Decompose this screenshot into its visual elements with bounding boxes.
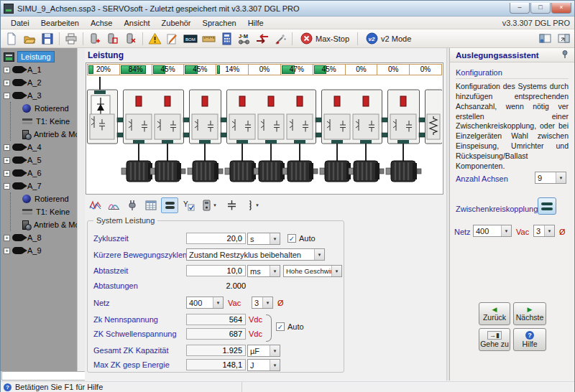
- tree-item-leistung[interactable]: Leistung: [1, 50, 77, 63]
- zykluszeit-input[interactable]: 20,0: [186, 233, 246, 244]
- help-button[interactable]: ? Hilfe: [513, 328, 546, 351]
- assistant-phase-dropdown[interactable]: 3▼: [533, 225, 555, 237]
- open-file-button[interactable]: [21, 31, 38, 47]
- title-bar[interactable]: SIMU_9_Achsen.ssp3 - SERVOsoft - Zuletzt…: [1, 1, 574, 17]
- zk-auto-checkbox[interactable]: ✓ Auto: [276, 322, 304, 331]
- menu-ansicht[interactable]: Ansicht: [118, 18, 155, 28]
- tree-item-antrieb-motor[interactable]: Antrieb & Motor: [11, 218, 77, 231]
- zk-nennspannung-input[interactable]: 564: [186, 314, 246, 325]
- tree-item-t1[interactable]: T1: Keine: [11, 115, 77, 128]
- menu-hilfe[interactable]: Hilfe: [242, 18, 270, 28]
- motor[interactable]: [349, 161, 384, 182]
- tree-item-rotierend[interactable]: Rotierend: [11, 102, 77, 115]
- report-button[interactable]: [164, 31, 181, 47]
- menu-sprachen[interactable]: Sprachen: [197, 18, 242, 28]
- assistant-netz-label: Netz: [454, 228, 471, 236]
- netz-phase-dropdown[interactable]: 3▼: [252, 297, 273, 309]
- motor[interactable]: [282, 161, 318, 182]
- abtastzeit-input[interactable]: 10,0: [186, 265, 246, 276]
- menu-datei[interactable]: Datei: [5, 18, 35, 28]
- bom-button[interactable]: BOM: [182, 31, 199, 47]
- assistant-netz-dropdown[interactable]: 400▼: [473, 225, 512, 237]
- abtastzeit-mode-dropdown[interactable]: Hohe Geschwindigkeit▼: [283, 265, 342, 277]
- anzahl-achsen-dropdown[interactable]: 9▼: [535, 172, 566, 184]
- drive-module-button[interactable]: ▼: [198, 197, 221, 213]
- zk-kapazitaet-input[interactable]: 1.925: [186, 345, 246, 356]
- axis-insert-button[interactable]: [86, 31, 104, 47]
- power-plug-button[interactable]: [124, 197, 141, 213]
- panel-splitter[interactable]: [446, 48, 449, 381]
- zk-energie-unit-dropdown[interactable]: J▼: [247, 359, 280, 371]
- motor[interactable]: [150, 161, 185, 182]
- save-button[interactable]: [39, 31, 56, 47]
- tree-item-a8[interactable]: + A_8: [1, 231, 77, 244]
- warnings-button[interactable]: [146, 31, 163, 47]
- expander-icon[interactable]: −: [4, 93, 10, 99]
- tree-item-a2[interactable]: + A_2: [1, 76, 77, 89]
- dc-bus-view-button[interactable]: [161, 197, 178, 213]
- print-button[interactable]: [63, 31, 80, 47]
- zwischenkreiskopplung-button[interactable]: [538, 197, 556, 215]
- back-button[interactable]: ◀ Zurück: [479, 302, 510, 325]
- compare-button[interactable]: [254, 31, 271, 47]
- measure-button[interactable]: [200, 31, 217, 47]
- axis-copy-button[interactable]: [104, 31, 121, 47]
- tree-item-a1[interactable]: + A_1: [1, 63, 77, 76]
- goto-button[interactable]: →▮ Gehe zu: [479, 328, 510, 351]
- expander-icon[interactable]: −: [4, 183, 10, 190]
- expander-icon[interactable]: +: [4, 144, 10, 151]
- expander-icon[interactable]: +: [4, 80, 10, 86]
- bewegungszyklen-dropdown[interactable]: Zustand Restzyklus beibehalten▼: [186, 248, 325, 261]
- tree-item-a4[interactable]: + A_4: [1, 141, 77, 154]
- motor-terminal: [133, 140, 144, 144]
- tree-item-antrieb-motor[interactable]: Antrieb & Motor: [11, 128, 77, 141]
- tree-item-a7[interactable]: − A_7: [1, 179, 77, 192]
- new-file-button[interactable]: [3, 31, 20, 47]
- menu-zubehoer[interactable]: Zubehör: [156, 18, 197, 28]
- tree-scrollbar[interactable]: [77, 48, 85, 371]
- inertia-tool-button[interactable]: J·M: [236, 31, 253, 47]
- dock-left-button[interactable]: [536, 31, 553, 47]
- zk-kapazitaet-unit-dropdown[interactable]: µF▼: [247, 345, 280, 357]
- zk-kapazitaet-label: Gesamt ZK Kapazität: [93, 346, 169, 355]
- expander-icon[interactable]: +: [4, 248, 10, 254]
- close-button[interactable]: ×: [551, 3, 571, 14]
- y-axis-options-button[interactable]: Y: [180, 197, 197, 213]
- motor[interactable]: [188, 161, 223, 182]
- minimize-button[interactable]: –: [510, 3, 530, 14]
- max-stop-button[interactable]: Max-Stop: [295, 31, 354, 47]
- data-table-button[interactable]: [142, 197, 160, 213]
- zk-schwellenspannung-input[interactable]: 687: [186, 328, 246, 340]
- expander-icon[interactable]: +: [4, 157, 10, 164]
- tree-item-a6[interactable]: + A_6: [1, 167, 77, 179]
- axis-delete-button[interactable]: [122, 31, 139, 47]
- capacitor-button[interactable]: [223, 197, 240, 213]
- chevron-down-icon: ▼: [556, 172, 566, 183]
- expander-icon[interactable]: +: [4, 170, 10, 177]
- next-button[interactable]: ▶ Nächste: [513, 302, 546, 325]
- zykluszeit-auto-checkbox[interactable]: ✓ Auto: [288, 234, 316, 243]
- tree-item-a5[interactable]: + A_5: [1, 154, 77, 167]
- zykluszeit-unit-dropdown[interactable]: s▼: [247, 233, 280, 245]
- tree-item-t1[interactable]: T1: Keine: [11, 205, 77, 218]
- expander-icon[interactable]: +: [4, 235, 10, 241]
- v2-mode-button[interactable]: v2 v2 Mode: [361, 31, 416, 47]
- tree-item-rotierend[interactable]: Rotierend: [11, 192, 77, 205]
- tree-item-a9[interactable]: + A_9: [1, 244, 77, 257]
- netz-voltage-dropdown[interactable]: 400▼: [186, 297, 224, 309]
- tree-item-a3[interactable]: − A_3: [1, 89, 77, 102]
- chart-curves-button[interactable]: [86, 197, 104, 213]
- zk-energie-input[interactable]: 148,1: [186, 359, 246, 370]
- menu-bearbeiten[interactable]: Bearbeiten: [35, 18, 85, 28]
- maximize-button[interactable]: □: [530, 3, 551, 14]
- dock-right-button[interactable]: [555, 31, 572, 47]
- inductor-button[interactable]: ▼: [242, 197, 264, 213]
- pin-icon[interactable]: [561, 50, 569, 60]
- abtastzeit-unit-dropdown[interactable]: ms▼: [247, 265, 280, 277]
- chart-overlay-button[interactable]: [105, 197, 122, 213]
- motor[interactable]: [386, 161, 421, 182]
- calculator-button[interactable]: [218, 31, 235, 47]
- menu-achse[interactable]: Achse: [85, 18, 119, 28]
- wizard-button[interactable]: [272, 31, 289, 47]
- expander-icon[interactable]: +: [4, 67, 10, 73]
